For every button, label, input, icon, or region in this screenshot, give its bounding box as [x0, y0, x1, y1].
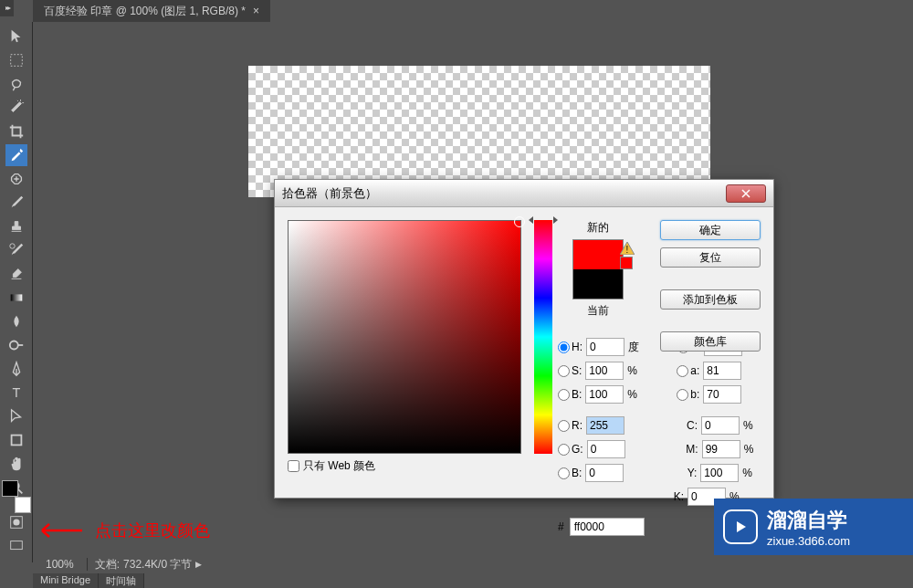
crop-tool-icon[interactable]	[5, 121, 27, 142]
chevron-right-icon[interactable]: ▶	[195, 560, 202, 569]
close-icon[interactable]: ×	[253, 5, 259, 17]
new-color-swatch[interactable]	[573, 240, 623, 269]
dialog-buttons: 确定 复位 添加到色板 颜色库	[660, 220, 761, 352]
gradient-tool-icon[interactable]	[5, 287, 27, 309]
r-input[interactable]	[586, 416, 624, 435]
lab-b-input[interactable]	[703, 385, 741, 404]
tab-minibridge[interactable]: Mini Bridge	[33, 573, 99, 588]
quickmask-icon[interactable]	[5, 511, 27, 533]
shape-tool-icon[interactable]	[5, 429, 27, 451]
svg-point-8	[13, 519, 19, 525]
brush-tool-icon[interactable]	[5, 192, 27, 214]
lab-b-radio[interactable]	[677, 389, 688, 401]
zoom-level[interactable]: 100%	[33, 558, 88, 571]
y-input[interactable]	[700, 464, 739, 482]
annotation-text: 点击这里改颜色	[95, 520, 210, 541]
doc-info-label: 文档:	[95, 557, 120, 572]
document-tabs: 百度经验 印章 @ 100% (图层 1, RGB/8) * ×	[33, 0, 913, 22]
watermark: 溜溜自学 zixue.3d66.com	[714, 499, 913, 555]
path-select-tool-icon[interactable]	[5, 405, 27, 427]
wand-tool-icon[interactable]	[5, 97, 27, 119]
healing-tool-icon[interactable]	[5, 168, 27, 190]
saturation-value-box[interactable]	[288, 220, 521, 454]
rgb-b-input[interactable]	[585, 464, 624, 482]
svg-text:T: T	[12, 385, 20, 400]
s-input[interactable]	[585, 362, 624, 380]
move-tool-icon[interactable]	[5, 26, 27, 47]
play-icon	[723, 509, 758, 544]
hand-tool-icon[interactable]	[5, 453, 27, 475]
rgb-b-radio[interactable]	[558, 467, 570, 479]
m-input[interactable]	[702, 440, 740, 458]
current-color-swatch[interactable]	[573, 269, 623, 299]
warning-icon[interactable]: !	[620, 242, 635, 255]
watermark-url: zixue.3d66.com	[767, 534, 850, 548]
h-radio[interactable]	[558, 341, 570, 353]
tab-timeline[interactable]: 时间轴	[99, 573, 144, 588]
reset-button[interactable]: 复位	[660, 247, 761, 268]
a-radio[interactable]	[677, 365, 688, 377]
hsb-b-input[interactable]	[585, 385, 624, 404]
svg-text:!: !	[626, 245, 629, 255]
status-bar: 100% 文档: 732.4K/0 字节 ▶	[33, 553, 913, 575]
a-input[interactable]	[703, 362, 741, 380]
websafe-swatch[interactable]	[620, 257, 633, 269]
toolbox: T	[0, 22, 33, 562]
stamp-tool-icon[interactable]	[5, 215, 27, 237]
add-swatch-button[interactable]: 添加到色板	[660, 289, 761, 310]
hex-input[interactable]	[570, 518, 645, 536]
marquee-tool-icon[interactable]	[5, 49, 27, 71]
bottom-panel-tabs: Mini Bridge 时间轴	[33, 573, 144, 588]
type-tool-icon[interactable]: T	[5, 382, 27, 404]
close-button[interactable]	[726, 184, 766, 203]
doc-info-value: 732.4K/0 字节	[123, 557, 192, 572]
dodge-tool-icon[interactable]	[5, 334, 27, 356]
web-colors-label: 只有 Web 颜色	[303, 458, 375, 474]
svg-rect-5	[11, 436, 21, 446]
color-swatches[interactable]	[2, 480, 31, 513]
dialog-title: 拾色器（前景色）	[282, 185, 377, 202]
annotation: 点击这里改颜色	[37, 519, 210, 542]
svg-rect-9	[10, 541, 22, 550]
hue-slider[interactable]	[534, 220, 552, 454]
b-radio[interactable]	[558, 389, 570, 401]
lasso-tool-icon[interactable]	[5, 73, 27, 95]
r-radio[interactable]	[558, 420, 570, 432]
svg-point-3	[9, 341, 17, 350]
svg-rect-2	[10, 294, 22, 300]
screenmode-icon[interactable]	[5, 535, 27, 557]
svg-rect-0	[10, 55, 22, 67]
document-tab[interactable]: 百度经验 印章 @ 100% (图层 1, RGB/8) * ×	[33, 0, 270, 23]
c-input[interactable]	[701, 416, 740, 435]
svg-point-1	[9, 244, 14, 248]
expand-panels[interactable]	[0, 0, 14, 16]
watermark-title: 溜溜自学	[767, 507, 850, 534]
canvas[interactable]	[248, 66, 710, 197]
pen-tool-icon[interactable]	[5, 358, 27, 380]
tab-title: 百度经验 印章 @ 100% (图层 1, RGB/8) *	[44, 4, 246, 19]
web-colors-checkbox[interactable]	[288, 460, 299, 472]
g-input[interactable]	[587, 440, 625, 458]
eraser-tool-icon[interactable]	[5, 263, 27, 285]
color-library-button[interactable]: 颜色库	[660, 331, 761, 352]
color-picker-dialog: 拾色器（前景色） 只有 Web 颜色 新的 当前 !	[274, 179, 774, 499]
color-preview	[572, 239, 624, 299]
history-brush-icon[interactable]	[5, 239, 27, 261]
dialog-titlebar[interactable]: 拾色器（前景色）	[275, 180, 773, 207]
ok-button[interactable]: 确定	[660, 220, 761, 240]
foreground-color-swatch[interactable]	[2, 480, 18, 497]
current-color-label: 当前	[561, 303, 635, 319]
new-color-label: 新的	[561, 220, 635, 236]
sv-cursor	[514, 216, 525, 227]
dialog-body: 只有 Web 颜色 新的 当前 ! H: 度 L:	[275, 207, 773, 498]
eyedropper-tool-icon[interactable]	[5, 144, 27, 166]
g-radio[interactable]	[558, 444, 570, 456]
h-input[interactable]	[586, 338, 624, 356]
blur-tool-icon[interactable]	[5, 310, 27, 332]
s-radio[interactable]	[558, 365, 570, 377]
